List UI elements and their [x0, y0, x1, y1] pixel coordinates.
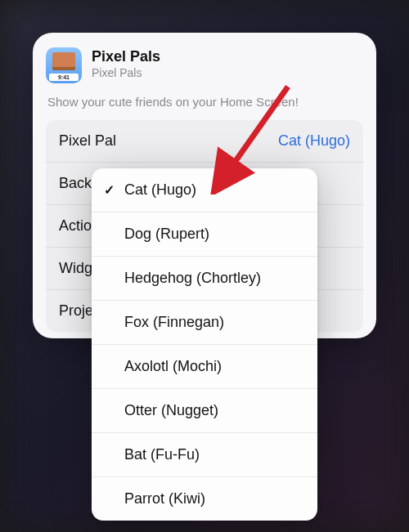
dropdown-item-bat[interactable]: Bat (Fu-Fu)	[92, 433, 317, 477]
dropdown-item-label: Cat (Hugo)	[124, 181, 196, 199]
dropdown-item-label: Parrot (Kiwi)	[124, 490, 205, 507]
dropdown-item-label: Fox (Finnegan)	[124, 314, 224, 331]
row-label: Pixel Pal	[59, 132, 116, 150]
dropdown-item-label: Hedgehog (Chortley)	[124, 270, 261, 287]
card-header: Pixel Pals Pixel Pals	[46, 47, 363, 83]
dropdown-item-axolotl[interactable]: Axolotl (Mochi)	[92, 345, 317, 389]
dropdown-item-hedgehog[interactable]: Hedgehog (Chortley)	[92, 257, 317, 301]
app-subtitle: Pixel Pals	[92, 66, 160, 79]
dropdown-item-dog[interactable]: Dog (Rupert)	[92, 212, 317, 257]
checkmark-icon: ✓	[101, 182, 116, 198]
dropdown-item-parrot[interactable]: Parrot (Kiwi)	[92, 477, 317, 521]
row-value: Cat (Hugo)	[278, 132, 350, 150]
header-text: Pixel Pals Pixel Pals	[92, 47, 160, 79]
app-icon	[46, 47, 82, 83]
app-title: Pixel Pals	[92, 47, 160, 66]
pixel-pal-dropdown: ✓ Cat (Hugo) Dog (Rupert) Hedgehog (Chor…	[92, 168, 317, 521]
dropdown-item-label: Otter (Nugget)	[124, 402, 218, 419]
dropdown-item-cat[interactable]: ✓ Cat (Hugo)	[92, 168, 317, 212]
settings-row-pixel-pal[interactable]: Pixel Pal Cat (Hugo)	[46, 120, 363, 163]
dropdown-item-otter[interactable]: Otter (Nugget)	[92, 389, 317, 433]
dropdown-item-label: Axolotl (Mochi)	[124, 358, 222, 375]
dropdown-item-label: Bat (Fu-Fu)	[124, 446, 200, 463]
dropdown-item-label: Dog (Rupert)	[124, 226, 209, 243]
app-description: Show your cute friends on your Home Scre…	[46, 95, 363, 109]
dropdown-item-fox[interactable]: Fox (Finnegan)	[92, 301, 317, 345]
